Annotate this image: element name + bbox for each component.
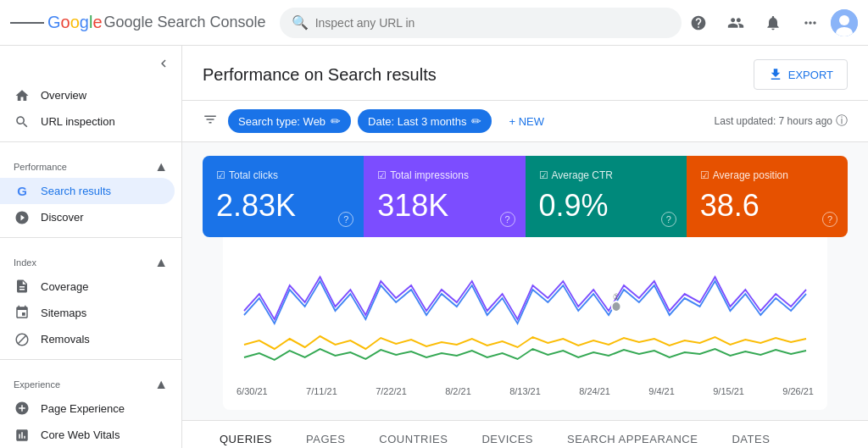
sidebar-item-page-experience[interactable]: Page Experience [0,395,175,422]
search-icon: 🔍 [292,14,309,30]
clicks-check-icon: ☑ [216,169,225,181]
menu-button[interactable] [10,6,44,40]
sidebar-label-overview: Overview [41,89,86,102]
impressions-label: ☑ Total impressions [377,169,511,181]
search-bar[interactable]: 🔍 [280,8,682,38]
core-web-vitals-icon [14,428,31,443]
sidebar-label-sitemaps: Sitemaps [41,307,86,319]
manage-users-button[interactable] [719,6,753,40]
clicks-info-icon[interactable]: ? [338,212,353,227]
sidebar-label-page-experience: Page Experience [41,402,125,415]
sidebar-label-removals: Removals [41,333,90,346]
sidebar-label-url-inspection: URL inspection [41,115,115,128]
page-title: Performance on Search results [203,65,437,85]
index-section-header: Index ▲ [0,245,181,274]
date-label-7: 9/15/21 [713,386,744,396]
divider-1 [0,141,181,142]
sidebar-item-overview[interactable]: Overview [0,82,175,108]
sidebar-label-coverage: Coverage [41,280,88,293]
export-label: EXPORT [788,69,833,81]
notifications-button[interactable] [756,6,790,40]
new-filter-label: + NEW [509,115,544,128]
stat-card-position: ☑ Average position 38.6 ? [687,156,848,237]
sidebar-item-discover[interactable]: Discover [0,204,175,230]
impressions-label-text: Total impressions [390,169,469,181]
clicks-label: ☑ Total clicks [216,169,350,181]
tab-dates-label: DATES [732,433,770,445]
clicks-value: 2.83K [216,188,350,224]
discover-icon [14,210,31,225]
tab-dates[interactable]: DATES [715,421,787,448]
tab-queries-label: QUERIES [220,433,272,445]
ctr-info-icon[interactable]: ? [661,212,676,227]
last-updated: Last updated: 7 hours ago ⓘ [715,113,848,129]
date-chip[interactable]: Date: Last 3 months ✏ [358,109,492,133]
topbar-actions [682,6,858,40]
ctr-check-icon: ☑ [539,169,548,181]
sidebar-label-core-web-vitals: Core Web Vitals [41,429,120,441]
sidebar-item-coverage[interactable]: Coverage [0,274,175,300]
search-type-chip[interactable]: Search type: Web ✏ [228,109,351,133]
tab-pages[interactable]: PAGES [289,421,362,448]
logo-g-letter: Google [47,13,103,32]
home-icon [14,88,31,103]
stat-card-clicks: ☑ Total clicks 2.83K ? [203,156,364,237]
tab-devices[interactable]: DEVICES [465,421,550,448]
date-label: Date: Last 3 months [368,115,466,128]
tab-queries[interactable]: QUERIES [203,421,289,448]
sidebar-item-core-web-vitals[interactable]: Core Web Vitals [0,422,175,448]
sidebar-item-search-results[interactable]: G Search results [0,178,175,204]
sidebar-label-discover: Discover [41,211,84,224]
ctr-label-text: Average CTR [552,169,613,181]
sidebar-item-removals[interactable]: Removals [0,326,175,352]
date-label-2: 7/22/21 [376,386,407,396]
performance-section-header: Performance ▲ [0,149,181,178]
export-button[interactable]: EXPORT [754,59,848,90]
clicks-label-text: Total clicks [229,169,278,181]
help-button[interactable] [682,6,715,40]
date-edit-icon: ✏ [471,114,481,128]
date-label-4: 8/13/21 [509,386,541,396]
position-check-icon: ☑ [700,169,709,181]
date-label-6: 9/4/21 [648,386,675,396]
index-collapse-icon[interactable]: ▲ [154,255,168,270]
stats-section: ☑ Total clicks 2.83K ? ☑ Total impressio… [182,142,868,410]
last-updated-info-icon: ⓘ [836,113,848,129]
main-layout: Overview URL inspection Performance ▲ G … [0,46,868,448]
search-type-label: Search type: Web [238,115,326,128]
position-info-icon[interactable]: ? [822,212,837,227]
svg-point-3 [612,301,621,312]
search-type-edit-icon: ✏ [331,114,341,128]
date-labels: 6/30/21 7/11/21 7/22/21 8/2/21 8/13/21 8… [236,383,814,403]
tab-search-appearance[interactable]: SEARCH APPEARANCE [550,421,715,448]
tabs-bar: QUERIES PAGES COUNTRIES DEVICES SEARCH A… [182,420,868,448]
impressions-info-icon[interactable]: ? [500,212,515,227]
app-title: Google Search Console [104,14,266,31]
date-label-0: 6/30/21 [236,386,268,396]
new-filter-button[interactable]: + NEW [498,110,554,133]
user-avatar[interactable] [831,9,858,36]
app-logo: Google Google Search Console [47,13,266,32]
position-label-text: Average position [713,169,788,181]
sidebar-item-url-inspection[interactable]: URL inspection [0,108,175,135]
ctr-label: ☑ Average CTR [539,169,673,181]
apps-button[interactable] [793,6,827,40]
svg-point-1 [839,15,849,25]
collapse-button[interactable] [153,53,175,79]
sidebar-collapse[interactable] [0,46,181,82]
date-label-1: 7/11/21 [306,386,337,396]
tab-pages-label: PAGES [306,433,345,445]
chart-svg: ① [236,247,814,383]
position-label: ☑ Average position [700,169,834,181]
impressions-value: 318K [377,188,511,224]
experience-collapse-icon[interactable]: ▲ [154,377,168,392]
performance-label: Performance [14,162,67,172]
sidebar-item-sitemaps[interactable]: Sitemaps [0,300,175,326]
date-label-3: 8/2/21 [445,386,471,396]
search-input[interactable] [315,16,670,30]
performance-collapse-icon[interactable]: ▲ [154,159,168,174]
stats-cards: ☑ Total clicks 2.83K ? ☑ Total impressio… [203,156,848,237]
index-label: Index [14,257,36,268]
tab-countries[interactable]: COUNTRIES [362,421,465,448]
experience-section-header: Experience ▲ [0,367,181,395]
